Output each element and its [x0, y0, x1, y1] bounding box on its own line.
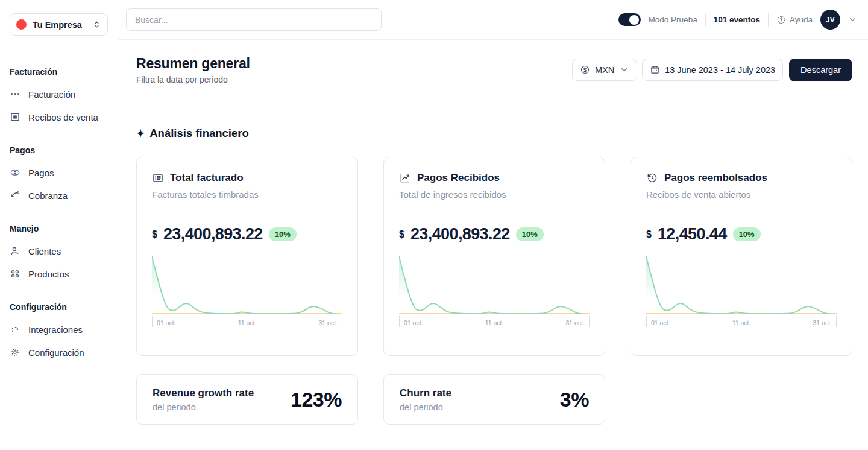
integrations-icon: [10, 324, 20, 335]
divider: [768, 13, 769, 27]
stat-value: 3%: [560, 388, 589, 411]
x-tick: 01 oct.: [404, 319, 423, 326]
stat-title: Churn rate: [400, 387, 451, 399]
sidebar-item-recibos-de-venta[interactable]: Recibos de venta: [10, 106, 108, 128]
dollar-circle-icon: [580, 65, 590, 75]
sidebar-nav: Facturación Facturación Recibos de venta…: [10, 62, 108, 364]
sidebar: Tu Empresa Facturación Facturación: [0, 0, 118, 450]
card-revenue-growth: Revenue growth rate del periodo 123%: [136, 374, 358, 425]
toggle-knob: [629, 15, 639, 25]
section-title-label: Análisis financiero: [149, 127, 249, 140]
main-area: Modo Prueba 101 eventos Ayuda JV Res: [118, 0, 868, 450]
x-axis: 01 oct. 11 oct. 31 oct.: [646, 317, 837, 331]
header-controls: MXN 13 June 2023 - 14 July 2023 Descarga…: [572, 59, 852, 81]
receipt-square-icon: [10, 112, 20, 122]
x-axis: 01 oct. 11 oct. 31 oct.: [152, 317, 342, 331]
card-value-row: $ 23,400,893.22 10%: [399, 225, 590, 244]
x-tick: 11 oct.: [238, 319, 257, 326]
company-name: Tu Empresa: [33, 20, 86, 30]
sidebar-item-label: Cobranza: [28, 191, 68, 201]
card-title: Pagos Recibidos: [417, 172, 500, 184]
card-title: Pagos reembolsados: [664, 172, 767, 184]
card-header: Pagos reembolsados: [646, 172, 837, 184]
card-pagos-recibidos: Pagos Recibidos Total de ingresos recibi…: [383, 157, 605, 356]
x-tick: 31 oct.: [318, 319, 338, 326]
calendar-icon: [650, 65, 660, 75]
nav-section-label: Configuración: [10, 297, 108, 318]
test-mode-toggle[interactable]: [618, 13, 641, 26]
sidebar-item-label: Recibos de venta: [28, 112, 98, 122]
stat-subtitle: del periodo: [400, 402, 451, 412]
card-header: Total facturado: [152, 172, 342, 184]
date-range-picker[interactable]: 13 June 2023 - 14 July 2023: [642, 59, 783, 81]
growth-badge: 10%: [516, 227, 544, 241]
card-header: Pagos Recibidos: [399, 172, 590, 184]
trend-up-icon: [399, 172, 411, 184]
invoice-icon: [152, 172, 164, 184]
stat-value: 123%: [291, 388, 342, 411]
sidebar-item-label: Facturación: [28, 89, 75, 100]
stat-title: Revenue growth rate: [153, 387, 254, 399]
chevron-down-icon: [619, 65, 629, 75]
download-button[interactable]: Descargar: [789, 59, 852, 81]
sparkline-chart: 01 oct. 11 oct. 31 oct.: [152, 252, 342, 331]
avatar[interactable]: JV: [820, 10, 840, 30]
chevron-down-icon[interactable]: [848, 15, 857, 24]
x-tick: 11 oct.: [732, 319, 751, 326]
currency-select[interactable]: MXN: [572, 59, 637, 81]
card-total-facturado: Total facturado Facturas totales timbrad…: [136, 157, 358, 356]
card-pagos-reembolsados: Pagos reembolsados Recibos de venta abie…: [631, 157, 852, 356]
card-value: 12,450.44: [658, 225, 727, 244]
help-circle-icon: [776, 15, 786, 25]
currency-symbol: $: [152, 229, 157, 240]
x-tick: 01 oct.: [157, 319, 176, 326]
events-count[interactable]: 101 eventos: [714, 15, 760, 24]
select-updown-icon: [92, 20, 101, 29]
divider: [705, 13, 706, 27]
sidebar-item-label: Productos: [28, 269, 69, 279]
x-axis: 01 oct. 11 oct. 31 oct.: [399, 317, 590, 331]
x-tick: 11 oct.: [485, 319, 504, 326]
sidebar-item-clientes[interactable]: Clientes: [10, 239, 108, 262]
page-header-text: Resumen general Filtra la data por perio…: [136, 55, 250, 84]
help-button[interactable]: Ayuda: [776, 15, 813, 25]
sidebar-item-configuracion[interactable]: Configuración: [10, 341, 108, 364]
collect-icon: [10, 190, 20, 201]
card-value: 23,400,893.22: [163, 225, 263, 244]
sidebar-item-pagos[interactable]: Pagos: [10, 161, 108, 184]
sidebar-item-label: Configuración: [28, 347, 84, 358]
nav-section-manejo: Manejo Clientes Productos: [10, 219, 108, 285]
card-subtitle: Recibos de venta abiertos: [646, 189, 837, 200]
currency-symbol: $: [646, 229, 652, 240]
nav-section-configuracion: Configuración Integraciones Configuració…: [10, 297, 108, 364]
content: ✦ Análisis financiero Total facturado Fa…: [118, 100, 868, 450]
nav-section-pagos: Pagos Pagos Cobranza: [10, 141, 108, 207]
company-selector[interactable]: Tu Empresa: [10, 13, 108, 36]
sidebar-item-integraciones[interactable]: Integraciones: [10, 318, 108, 341]
help-label: Ayuda: [790, 15, 813, 24]
search-input[interactable]: [126, 8, 382, 31]
card-value: 23,400,893.22: [410, 225, 510, 244]
currency-value: MXN: [595, 65, 614, 75]
page-header: Resumen general Filtra la data por perio…: [118, 40, 868, 100]
company-logo: [16, 19, 27, 30]
gear-icon: [10, 347, 20, 358]
history-icon: [646, 172, 658, 184]
date-range-value: 13 June 2023 - 14 July 2023: [665, 65, 775, 75]
user-icon: [10, 246, 20, 256]
page-subtitle: Filtra la data por periodo: [136, 75, 250, 84]
sidebar-item-facturacion[interactable]: Facturación: [10, 83, 108, 106]
x-tick: 01 oct.: [651, 319, 670, 326]
sidebar-item-cobranza[interactable]: Cobranza: [10, 184, 108, 207]
topbar-right: Modo Prueba 101 eventos Ayuda JV: [618, 10, 857, 30]
sidebar-item-productos[interactable]: Productos: [10, 262, 108, 285]
metric-cards: Total facturado Facturas totales timbrad…: [136, 157, 852, 356]
nav-section-label: Pagos: [10, 141, 108, 161]
banknote-icon: [10, 167, 20, 178]
sidebar-item-label: Clientes: [28, 246, 61, 256]
stat-text: Churn rate del periodo: [400, 387, 451, 412]
nav-section-facturacion: Facturación Facturación Recibos de venta: [10, 62, 108, 128]
page-title: Resumen general: [136, 55, 250, 72]
card-churn-rate: Churn rate del periodo 3%: [383, 374, 605, 425]
sidebar-item-label: Integraciones: [28, 325, 83, 335]
